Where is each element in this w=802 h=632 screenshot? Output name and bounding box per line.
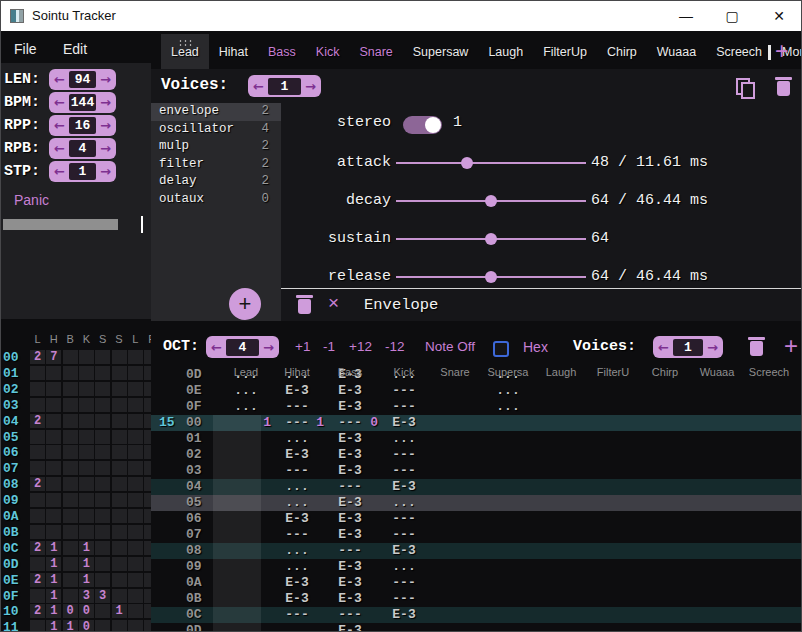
order-cell[interactable] xyxy=(63,414,78,428)
order-cell[interactable] xyxy=(46,525,61,539)
decay-slider-thumb[interactable] xyxy=(485,195,497,207)
order-cell[interactable] xyxy=(46,445,61,459)
order-cell[interactable] xyxy=(112,573,127,587)
spinner-rpp-increment[interactable]: → xyxy=(100,119,111,132)
copy-instrument-icon[interactable] xyxy=(736,78,758,100)
order-cell[interactable] xyxy=(112,414,127,428)
order-cell[interactable] xyxy=(46,414,61,428)
note-cell[interactable]: --- xyxy=(378,575,430,590)
order-cell[interactable] xyxy=(46,430,61,444)
note-cell[interactable]: --- xyxy=(271,463,323,478)
order-cell[interactable] xyxy=(144,493,151,507)
order-cell[interactable] xyxy=(63,445,78,459)
order-cell[interactable]: 1 xyxy=(46,541,61,555)
note-cell[interactable]: --- xyxy=(378,591,430,606)
tab-screech[interactable]: Screech xyxy=(706,34,772,69)
order-cell[interactable] xyxy=(63,477,78,491)
order-cell[interactable] xyxy=(112,477,127,491)
order-cell[interactable] xyxy=(30,430,45,444)
order-cell[interactable] xyxy=(128,350,143,364)
unit-row-mulp[interactable]: mulp2 xyxy=(151,138,281,156)
order-cell[interactable] xyxy=(30,445,45,459)
order-cell[interactable] xyxy=(63,382,78,396)
tab-kick[interactable]: Kick xyxy=(306,34,350,69)
transpose-button-+12[interactable]: +12 xyxy=(349,339,372,354)
order-cell[interactable] xyxy=(144,398,151,412)
delete-instrument-icon[interactable] xyxy=(775,77,792,97)
order-cell[interactable] xyxy=(144,445,151,459)
order-cell[interactable] xyxy=(128,398,143,412)
order-cell[interactable]: 2 xyxy=(30,414,45,428)
note-cell[interactable]: E-3 xyxy=(324,431,376,446)
spinner-stp-decrement[interactable]: ← xyxy=(54,165,65,178)
note-cell[interactable]: ... xyxy=(482,399,534,414)
spinner-len-increment[interactable]: → xyxy=(100,73,111,86)
spinner-rpb-increment[interactable]: → xyxy=(100,142,111,155)
order-cell[interactable] xyxy=(63,573,78,587)
order-cell[interactable]: 1 xyxy=(46,620,61,632)
note-cell[interactable]: E-3 xyxy=(324,575,376,590)
order-cell[interactable] xyxy=(95,382,110,396)
order-cell[interactable] xyxy=(95,525,110,539)
note-cell[interactable]: ... xyxy=(378,495,430,510)
order-cell[interactable] xyxy=(112,461,127,475)
order-cell[interactable] xyxy=(63,350,78,364)
tab-bass[interactable]: Bass xyxy=(258,34,306,69)
order-cell[interactable] xyxy=(128,525,143,539)
order-cell[interactable]: 1 xyxy=(112,604,127,618)
order-cell[interactable] xyxy=(95,430,110,444)
instrument-voices-spinner-increment[interactable]: → xyxy=(305,80,316,93)
add-track-button[interactable]: + xyxy=(784,332,798,360)
note-cell[interactable]: --- xyxy=(324,543,376,558)
order-cell[interactable] xyxy=(112,493,127,507)
order-cell[interactable] xyxy=(63,525,78,539)
order-cell[interactable] xyxy=(112,350,127,364)
note-cell[interactable]: --- xyxy=(271,399,323,414)
order-cell[interactable] xyxy=(112,398,127,412)
order-cell[interactable] xyxy=(144,620,151,632)
order-cell[interactable] xyxy=(128,493,143,507)
track-voices-spinner[interactable]: ←1→ xyxy=(653,336,723,358)
track-voices-spinner-decrement[interactable]: ← xyxy=(658,341,669,354)
transpose-button--1[interactable]: -1 xyxy=(323,339,335,354)
order-cell[interactable] xyxy=(63,366,78,380)
spinner-bpm[interactable]: ←144→ xyxy=(49,92,116,113)
spinner-rpp-decrement[interactable]: ← xyxy=(54,119,65,132)
order-cell[interactable] xyxy=(63,589,78,603)
order-cell[interactable] xyxy=(112,382,127,396)
disable-unit-icon[interactable]: × xyxy=(328,292,339,314)
order-cell[interactable] xyxy=(95,445,110,459)
note-cell[interactable]: ... xyxy=(271,479,323,494)
tab-wuaaa[interactable]: Wuaaa xyxy=(647,34,706,69)
note-cell[interactable]: E-3 xyxy=(324,495,376,510)
note-cell[interactable]: ... xyxy=(220,383,272,398)
order-cell[interactable] xyxy=(128,557,143,571)
unit-row-delay[interactable]: delay2 xyxy=(151,173,281,191)
delete-unit-icon[interactable] xyxy=(296,295,313,315)
order-cell[interactable] xyxy=(128,414,143,428)
note-cell[interactable]: E-3 xyxy=(324,623,376,632)
note-cell[interactable]: E-3 xyxy=(378,479,430,494)
note-cell[interactable]: ... xyxy=(271,495,323,510)
add-unit-button[interactable]: + xyxy=(229,288,261,320)
sustain-slider-thumb[interactable] xyxy=(485,233,497,245)
order-cell[interactable] xyxy=(144,382,151,396)
order-cell[interactable] xyxy=(144,350,151,364)
order-cell[interactable] xyxy=(144,604,151,618)
note-cell[interactable]: --- xyxy=(378,399,430,414)
order-cell[interactable] xyxy=(79,445,94,459)
order-cell[interactable] xyxy=(128,461,143,475)
attack-slider-thumb[interactable] xyxy=(461,157,473,169)
note-cell[interactable]: E-3 xyxy=(324,527,376,542)
spinner-rpp[interactable]: ←16→ xyxy=(49,115,116,136)
transpose-button-note-off[interactable]: Note Off xyxy=(425,339,475,354)
note-cell[interactable]: ... xyxy=(271,543,323,558)
order-cell[interactable] xyxy=(95,493,110,507)
order-cell[interactable] xyxy=(112,366,127,380)
order-cell[interactable] xyxy=(95,509,110,523)
note-cell[interactable]: E-3 xyxy=(271,511,323,526)
order-cell[interactable]: 7 xyxy=(46,350,61,364)
note-cell[interactable]: E-3 xyxy=(324,591,376,606)
note-cell[interactable]: E-3 xyxy=(271,447,323,462)
order-cell[interactable] xyxy=(128,509,143,523)
